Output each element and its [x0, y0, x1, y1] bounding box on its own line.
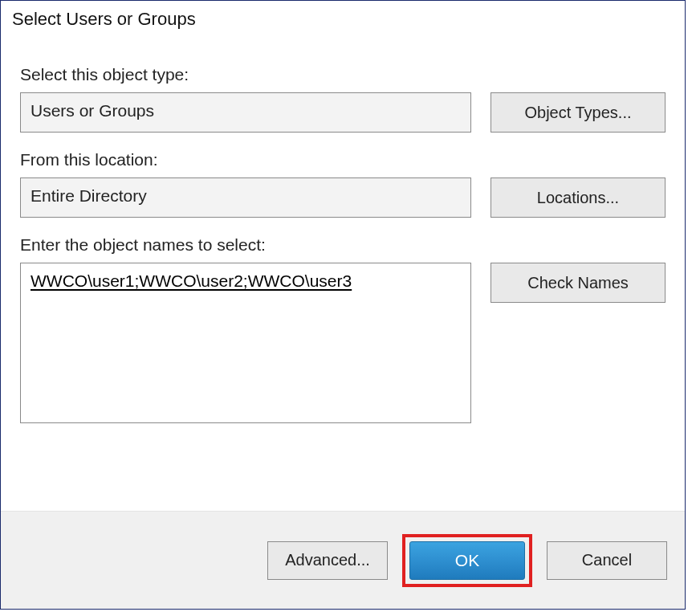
ok-highlight: OK — [402, 534, 532, 587]
object-names-label: Enter the object names to select: — [20, 235, 666, 255]
dialog-title: Select Users or Groups — [1, 1, 685, 35]
select-users-dialog: Select Users or Groups Select this objec… — [0, 0, 686, 610]
object-names-input[interactable]: WWCO\user1;WWCO\user2;WWCO\user3 — [20, 263, 471, 423]
object-types-button[interactable]: Object Types... — [491, 92, 666, 133]
object-names-value: WWCO\user1;WWCO\user2;WWCO\user3 — [31, 271, 352, 290]
location-field: Entire Directory — [20, 177, 471, 218]
ok-button[interactable]: OK — [409, 541, 525, 580]
object-type-field: Users or Groups — [20, 92, 471, 133]
dialog-footer: Advanced... OK Cancel — [1, 511, 685, 609]
advanced-button[interactable]: Advanced... — [267, 541, 388, 580]
object-type-label: Select this object type: — [20, 65, 666, 84]
cancel-button[interactable]: Cancel — [547, 541, 667, 580]
location-label: From this location: — [20, 150, 666, 169]
check-names-button[interactable]: Check Names — [491, 263, 666, 303]
locations-button[interactable]: Locations... — [491, 177, 666, 218]
dialog-content: Select this object type: Users or Groups… — [1, 35, 685, 511]
